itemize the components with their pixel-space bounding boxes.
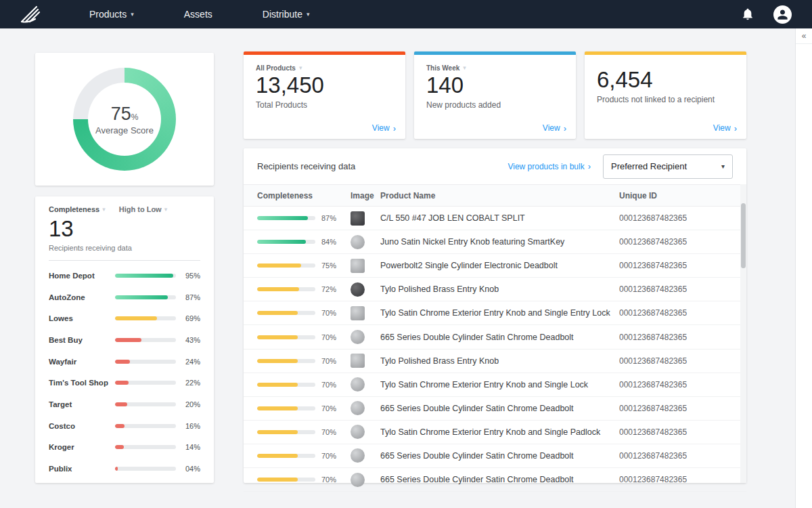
recipient-completeness-bar [115,360,176,364]
recipient-row[interactable]: Wayfair 24% [49,351,200,373]
completeness-bar [257,335,315,339]
product-name: Tylo Satin Chrome Exterior Entry Knob an… [380,427,619,437]
completeness-percent: 70% [321,404,336,412]
product-image [351,354,365,368]
recipient-completeness-bar [115,381,176,385]
completeness-bar [257,216,315,220]
table-row[interactable]: 70% 665 Series Double Cylinder Satin Chr… [244,397,746,421]
table-row[interactable]: 72% Tylo Polished Brass Entry Knob 00012… [244,278,746,301]
menu-item-distribute[interactable]: Distribute ▾ [263,9,310,20]
table-header-row: Completeness Image Product Name Unique I… [244,184,746,207]
recipient-completeness-percent: 87% [176,293,200,301]
product-name: Tylo Polished Brass Entry Knob [380,356,619,366]
recipient-completeness-bar [115,402,176,406]
product-image [351,306,365,320]
product-image [351,259,365,273]
table-row[interactable]: 87% C/L 550 #47 JOB LEN COBALT SPLIT 000… [244,207,746,230]
notifications-bell-icon[interactable] [741,7,754,22]
recipients-completeness-card: Completeness ▾ High to Low ▾ 13 Recipien… [35,196,214,483]
menu-item-assets[interactable]: Assets [184,9,212,20]
preferred-recipient-dropdown[interactable]: Preferred Recipient ▾ [603,154,733,179]
table-row[interactable]: 70% Tylo Satin Chrome Exterior Entry Kno… [244,421,746,444]
sort-order-dropdown[interactable]: High to Low ▾ [119,205,167,213]
unique-id: 000123687482365 [619,427,733,437]
chevron-down-icon: ▾ [164,207,168,213]
completeness-percent: 87% [321,214,336,222]
table-row[interactable]: 70% 665 Series Double Cylinder Satin Chr… [244,325,746,349]
navbar-actions [741,5,792,24]
recipients-list: Home Depot 95% AutoZone 87% Lowes 69% Be… [35,265,214,480]
chevron-down-icon: ▾ [307,12,310,18]
product-image [351,401,365,415]
stat-value: 6,454 [585,55,746,93]
top-navbar: Products ▾ Assets Distribute ▾ [0,0,812,28]
table-scrollbar-track[interactable] [740,184,746,483]
table-row[interactable]: 70% 665 Series Double Cylinder Satin Chr… [244,468,746,492]
recipient-completeness-bar [115,316,176,320]
collapse-panel-button[interactable]: « [796,28,812,44]
recipient-completeness-percent: 20% [176,400,200,408]
product-name: 665 Series Double Cylinder Satin Chrome … [380,404,619,413]
recipient-name: Wayfair [49,358,115,366]
recipients-count-label: Recipients receiving data [35,242,214,252]
user-avatar[interactable] [773,5,792,24]
product-name: 665 Series Double Cylinder Satin Chrome … [380,475,619,484]
table-row[interactable]: 84% Juno Satin Nickel Entry Knob featuri… [244,230,746,254]
table-scrollbar-thumb[interactable] [741,203,746,268]
recipient-row[interactable]: Best Buy 43% [49,329,200,351]
view-link[interactable]: View › [713,123,737,133]
average-score-donut: 75% Average Score [73,68,176,171]
collapse-icon: « [802,31,807,41]
column-header-completeness: Completeness [257,191,351,200]
completeness-bar [257,430,315,434]
view-link[interactable]: View › [543,123,566,133]
recipient-row[interactable]: Kroger 14% [49,437,200,459]
table-row[interactable]: 70% Tylo Polished Brass Entry Knob 00012… [244,350,746,373]
stat-label: Total Products [244,98,405,110]
table-row[interactable]: 70% Tylo Satin Chrome Exterior Entry Kno… [244,373,746,397]
stat-cards-row: All Products ▾ 13,450 Total Products Vie… [244,51,746,139]
all-products-filter-dropdown[interactable]: All Products ▾ [244,55,405,72]
stat-card-total-products: All Products ▾ 13,450 Total Products Vie… [244,51,405,139]
recipient-completeness-bar [115,424,176,428]
table-body: 87% C/L 550 #47 JOB LEN COBALT SPLIT 000… [244,207,746,492]
completeness-percent: 72% [321,285,336,293]
view-link[interactable]: View › [372,123,396,133]
this-week-filter-dropdown[interactable]: This Week ▾ [414,55,576,72]
unique-id: 000123687482365 [619,213,733,223]
recipient-completeness-bar [115,338,176,342]
product-image [351,330,365,344]
table-row[interactable]: 70% Tylo Satin Chrome Exterior Entry Kno… [244,301,746,325]
table-row[interactable]: 75% Powerbolt2 Single Cylinder Electroni… [244,254,746,278]
stat-value: 13,450 [244,72,405,98]
completeness-percent: 70% [321,357,336,365]
menu-item-products[interactable]: Products ▾ [89,9,134,20]
table-title: Recipients receiving data [257,161,508,171]
unique-id: 000123687482365 [619,451,733,461]
completeness-percent: 70% [321,309,336,317]
product-image [351,377,365,391]
stat-label: Products not linked to a recipient [585,93,746,104]
table-row[interactable]: 70% 665 Series Double Cylinder Satin Chr… [244,444,746,468]
recipient-row[interactable]: Home Depot 95% [49,265,200,287]
unique-id: 000123687482365 [619,333,733,342]
recipient-completeness-percent: 14% [176,443,200,451]
recipient-row[interactable]: Costco 16% [49,415,200,437]
unique-id: 000123687482365 [619,284,733,294]
brand-logo-icon[interactable] [19,3,43,25]
recipient-row[interactable]: Publix 04% [49,458,200,480]
recipient-row[interactable]: Target 20% [49,394,200,415]
product-image [351,211,365,226]
recipient-row[interactable]: AutoZone 87% [49,287,200,308]
stat-card-unlinked-products: 6,454 Products not linked to a recipient… [585,51,746,139]
recipient-row[interactable]: Tim's Tool Shop 22% [49,372,200,394]
recipient-row[interactable]: Lowes 69% [49,308,200,329]
completeness-filter-dropdown[interactable]: Completeness ▾ [49,205,106,213]
average-score-value: 75 [111,104,131,124]
recipient-completeness-percent: 22% [176,379,200,387]
product-image [351,473,365,487]
completeness-bar [257,287,315,291]
average-score-label: Average Score [95,125,154,135]
view-products-in-bulk-link[interactable]: View products in bulk › [508,162,591,171]
completeness-bar [257,454,315,458]
